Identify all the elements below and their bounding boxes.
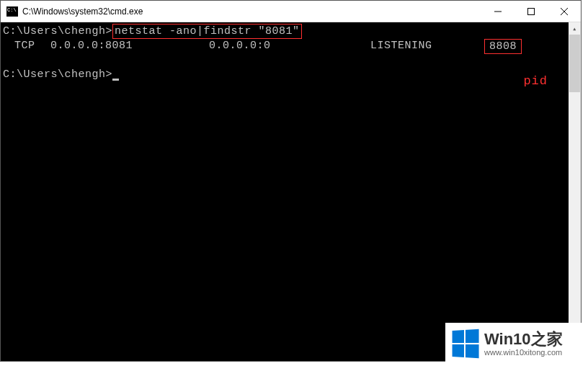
watermark-title: Win10之家	[484, 331, 563, 348]
maximize-button[interactable]	[514, 1, 548, 22]
watermark-url: www.win10xitong.com	[484, 348, 563, 357]
close-button[interactable]	[548, 1, 581, 22]
state-col: LISTENING	[370, 39, 484, 54]
prompt-line-1: C:\Users\chengh>netstat -ano|findstr "80…	[1, 24, 581, 39]
local-address-col: 0.0.0.0:8081	[50, 39, 209, 54]
netstat-output-row: TCP 0.0.0.0:8081 0.0.0.0:0 LISTENING 880…	[1, 39, 581, 54]
terminal-area[interactable]: C:\Users\chengh>netstat -ano|findstr "80…	[1, 22, 581, 361]
window-controls	[481, 1, 581, 22]
windows-logo-icon	[453, 329, 479, 358]
cmd-window: C:\Windows\system32\cmd.exe C:\Users\che…	[0, 0, 582, 362]
foreign-address-col: 0.0.0.0:0	[209, 39, 370, 54]
titlebar[interactable]: C:\Windows\system32\cmd.exe	[1, 1, 581, 22]
scroll-up-arrow-icon[interactable]: ▴	[569, 22, 581, 35]
watermark-text: Win10之家 www.win10xitong.com	[484, 331, 563, 357]
minimize-button[interactable]	[481, 1, 514, 22]
command-text: netstat -ano|findstr "8081"	[115, 25, 300, 37]
prompt-line-2: C:\Users\chengh>	[1, 68, 581, 81]
window-title: C:\Windows\system32\cmd.exe	[22, 6, 481, 17]
prompt-text-2: C:\Users\chengh>	[3, 68, 112, 81]
protocol-col: TCP	[3, 39, 50, 54]
prompt-text: C:\Users\chengh>	[3, 25, 112, 37]
scrollbar-thumb[interactable]	[569, 35, 580, 92]
vertical-scrollbar[interactable]: ▴ ▾	[569, 22, 581, 361]
cmd-icon	[6, 6, 18, 17]
svg-rect-1	[528, 9, 535, 15]
command-highlight: netstat -ano|findstr "8081"	[112, 24, 302, 39]
watermark: Win10之家 www.win10xitong.com	[445, 323, 587, 365]
cursor	[112, 79, 119, 81]
pid-annotation: pid	[523, 74, 548, 88]
pid-highlight: 8808	[484, 39, 522, 54]
pid-value: 8808	[489, 40, 517, 53]
empty-line	[1, 54, 581, 68]
